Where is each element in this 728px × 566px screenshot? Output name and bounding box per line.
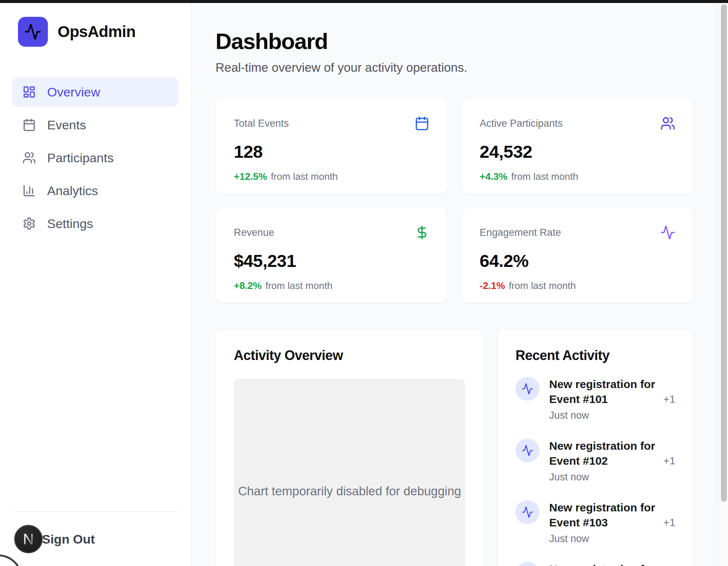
activity-time: Just now [549,410,655,421]
stat-card-total-events: Total Events 128 +12.5%from last month [215,98,448,194]
user-avatar[interactable]: N [14,525,43,553]
stat-label: Active Participants [480,118,563,129]
avatar-letter: N [23,531,34,548]
sign-out-button[interactable]: Sign Out [42,512,95,566]
sidebar-item-label: Events [47,118,86,132]
activity-avatar [516,377,539,401]
scrollbar-track [718,3,728,566]
stat-value: 128 [234,141,429,162]
dashboard-grid-icon [22,85,36,99]
sidebar-item-participants[interactable]: Participants [12,143,178,173]
stat-label: Total Events [234,118,289,129]
activity-avatar [516,439,539,462]
activity-badge: +1 [663,393,675,405]
sidebar-item-label: Analytics [47,184,98,198]
users-icon [22,151,36,164]
sidebar-item-label: Settings [47,216,93,231]
activity-time: Just now [549,471,655,483]
activity-icon [521,506,533,518]
activity-title: New registration for Event #102 [549,439,655,468]
app-logo-badge [18,17,48,47]
list-item: New registration for Event #102 Just now… [516,439,675,483]
page-title: Dashboard [215,28,694,55]
sidebar-nav: Overview Events Participants Analytics S… [12,77,178,239]
recent-activity-list: New registration for Event #101 Just now… [516,377,675,566]
sidebar: OpsAdmin Overview Events Participants An… [0,3,192,566]
stat-delta-note: from last month [271,171,338,182]
calendar-icon [415,116,429,131]
activity-title: New registration for Event #104 [549,562,655,566]
stat-delta: +12.5% [234,171,267,182]
stat-value: $45,231 [234,250,429,271]
activity-avatar [516,500,539,524]
sidebar-item-label: Overview [47,85,100,99]
users-icon [660,116,675,131]
activity-avatar [516,562,539,566]
top-bar [0,0,728,3]
dollar-icon [415,225,429,240]
activity-title: New registration for Event #101 [549,377,655,407]
activity-overview-panel: Activity Overview Chart temporarily disa… [215,329,484,566]
app-name: OpsAdmin [58,23,135,41]
stats-grid: Total Events 128 +12.5%from last month A… [215,98,694,303]
stat-card-active-participants: Active Participants 24,532 +4.3%from las… [461,98,694,194]
activity-title: New registration for Event #103 [549,500,655,530]
panel-title: Recent Activity [516,348,675,363]
activity-icon [521,445,533,456]
bar-chart-icon [22,184,36,197]
activity-icon [24,23,42,40]
app-logo: OpsAdmin [18,17,191,47]
activity-time: Just now [549,533,655,545]
activity-icon [521,383,533,395]
stat-label: Revenue [234,227,274,239]
list-item: New registration for Event #101 Just now… [516,377,675,421]
gear-icon [22,217,36,230]
list-item: New registration for Event #104 Just now… [516,562,675,566]
stat-delta: +4.3% [480,171,507,182]
activity-badge: +1 [663,455,675,467]
activity-icon [660,225,675,240]
sidebar-item-analytics[interactable]: Analytics [12,176,178,206]
sidebar-footer: N Sign Out [13,511,178,566]
page-subtitle: Real-time overview of your activity oper… [215,59,694,76]
recent-activity-panel: Recent Activity New registration for Eve… [497,329,694,566]
stat-delta: +8.2% [234,280,261,291]
scrollbar-thumb[interactable] [721,4,727,502]
stat-label: Engagement Rate [480,227,561,239]
panels-row: Activity Overview Chart temporarily disa… [215,329,694,566]
stat-card-engagement-rate: Engagement Rate 64.2% -2.1%from last mon… [461,207,694,303]
panel-title: Activity Overview [234,348,465,363]
stat-value: 24,532 [480,141,675,162]
main-content: Dashboard Real-time overview of your act… [192,3,728,566]
chart-placeholder-text: Chart temporarily disabled for debugging [238,484,461,498]
stat-value: 64.2% [480,250,675,271]
sidebar-item-overview[interactable]: Overview [12,77,178,107]
calendar-icon [22,118,36,132]
sidebar-item-label: Participants [47,151,114,165]
stat-delta-note: from last month [265,280,332,291]
stat-delta-note: from last month [511,171,578,182]
stat-card-revenue: Revenue $45,231 +8.2%from last month [215,207,448,303]
list-item: New registration for Event #103 Just now… [516,500,675,545]
chart-placeholder: Chart temporarily disabled for debugging [234,379,465,566]
stat-delta: -2.1% [480,280,505,291]
sidebar-item-events[interactable]: Events [12,110,178,140]
activity-badge: +1 [663,517,675,529]
stat-delta-note: from last month [509,280,576,291]
sidebar-item-settings[interactable]: Settings [12,209,178,239]
